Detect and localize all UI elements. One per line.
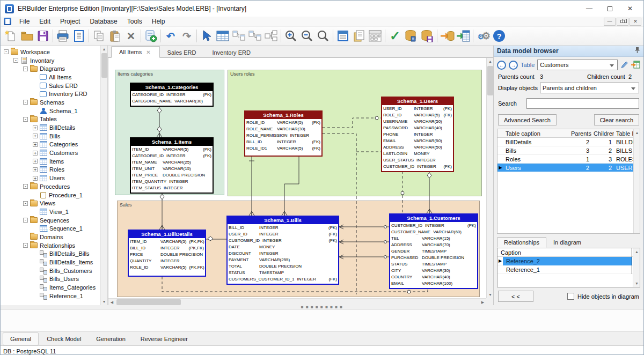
save-icon[interactable] [35,28,51,43]
reverse-engineer-db-icon[interactable] [439,28,455,43]
mdi-restore-button[interactable] [617,18,628,26]
tree-item[interactable]: + Items [1,157,107,166]
tree-item[interactable]: BillDetails_Bills [1,250,107,258]
tree-item[interactable]: - Views [1,199,107,208]
menu-item[interactable]: Edit [34,17,55,26]
close-tab-icon[interactable]: ✕ [146,49,150,55]
tree-item[interactable]: Items_Categories [1,283,107,292]
hide-objects-checkbox[interactable] [567,293,574,300]
tree-item[interactable]: - Procedures [1,182,107,191]
scroll-up-icon[interactable]: ▲ [101,46,107,53]
advanced-search-button[interactable]: Advanced Search [498,114,557,125]
tree-item[interactable]: - Workspace [1,48,107,56]
entity-table[interactable]: Schema_1.Items ITEM_ID VARCHAR(5) (PK) C… [130,137,214,194]
tree-expander[interactable]: - [23,100,28,105]
minimize-button[interactable]: — [580,2,598,15]
scroll-up-icon[interactable]: ▲ [633,248,640,255]
output-tab[interactable]: Check Model [40,333,88,345]
forward-button[interactable]: → [509,61,518,70]
open-folder-icon[interactable] [19,28,35,43]
zoom-out-icon[interactable] [299,28,315,43]
zoom-in-icon[interactable] [283,28,299,43]
scroll-down-icon[interactable]: ▼ [487,291,493,298]
tree-item[interactable]: + Categories [1,140,107,149]
new-file-icon[interactable] [3,28,19,43]
tree-item[interactable]: - Schemas [1,98,107,107]
canvas-vertical-scrollbar[interactable]: ▲ ▼ [486,58,493,298]
entity-table[interactable]: Schema_1.Bills BILL_ID INTEGER (PK) USER… [226,216,339,285]
edit-pencil-icon[interactable] [620,61,628,70]
relationships-scrollbar[interactable]: ▲ ▼ [633,248,640,287]
tree-item[interactable]: + Bills [1,132,107,140]
tree-item[interactable]: Sales ERD [1,82,107,90]
copy-icon[interactable] [91,28,107,43]
document-view-icon[interactable] [335,28,351,43]
save-db-icon[interactable] [419,28,435,43]
entity-table-header[interactable]: Schema_1.BillDetails [129,231,205,238]
tree-item[interactable]: + Users [1,174,107,182]
output-tab[interactable]: General [3,332,39,345]
tree-item[interactable]: - Diagrams [1,64,107,73]
delete-icon[interactable]: ✕ [123,28,139,43]
canvas-horizontal-scrollbar[interactable]: ◀ ▶ [108,298,486,305]
maximize-button[interactable] [601,2,619,15]
report-icon[interactable] [71,28,87,43]
import-table-icon[interactable] [455,28,471,43]
menu-item[interactable]: Project [55,17,85,26]
print-icon[interactable] [55,28,71,43]
relationships-tab[interactable]: Relationships [497,237,546,248]
many-to-many-relation-icon[interactable] [247,28,263,43]
scroll-down-icon[interactable]: ▼ [633,280,640,287]
help-icon[interactable]: ? [491,28,507,43]
tree-expander[interactable]: + [33,159,38,164]
collapse-panel-button[interactable]: < < [498,291,533,302]
entity-table[interactable]: Schema_1.Customers CUSTOMER_ID INTEGER (… [389,213,478,289]
mdi-minimize-button[interactable]: — [604,18,616,26]
back-button[interactable]: ← [497,61,506,70]
redo-icon[interactable]: ↷ [179,28,195,43]
display-objects-select[interactable]: Parents and children [540,83,639,93]
relationships-tab[interactable]: In diagram [546,237,588,248]
tree-expander[interactable]: - [23,243,28,248]
pin-icon[interactable] [634,47,640,55]
add-table-icon[interactable] [143,28,159,43]
sidebar-scrollbar[interactable]: ▲ ▼ [100,46,107,305]
diagram-tab[interactable]: Sales ERD ✕ [160,47,205,58]
entity-table-header[interactable]: Schema_1.Roles [245,112,321,119]
tree-expander[interactable]: + [33,167,38,172]
menu-item[interactable]: Help [147,17,170,26]
tree-item[interactable]: BillDetails_Items [1,258,107,267]
entity-table-header[interactable]: Schema_1.Users [382,98,453,105]
tree-item[interactable]: + Customers [1,149,107,157]
select-cursor-icon[interactable] [199,28,215,43]
tree-expander[interactable]: + [33,151,38,156]
entity-table-header[interactable]: Schema_1.Bills [228,217,338,224]
table-select[interactable]: Customers [537,60,618,70]
zoom-find-icon[interactable] [315,28,331,43]
tree-item[interactable]: Bills_Users [1,275,107,284]
scroll-up-icon[interactable]: ▲ [634,129,640,136]
tree-expander[interactable]: - [23,218,28,223]
documents-icon[interactable] [351,28,367,43]
settings-gears-icon[interactable]: ⚙⚙ [475,28,491,43]
grid-row[interactable]: ▶ Users 2 2 USERS [497,164,640,172]
tree-item[interactable]: View_1 [1,208,107,216]
tree-expander[interactable]: + [33,134,38,138]
tree-expander[interactable]: - [23,117,28,122]
tree-item[interactable]: + Roles [1,166,107,174]
scroll-down-icon[interactable]: ▼ [101,298,107,305]
entity-table[interactable]: Schema_1.Users USER_ID INTEGER (PK) ROLE… [381,97,454,172]
relationship-row[interactable]: ▶ Reference_2 [497,257,640,265]
output-tab[interactable]: Generation [89,333,132,345]
entity-table-header[interactable]: Schema_1.Customers [390,215,477,222]
entity-table-header[interactable]: Schema_1.Items [131,138,213,146]
clear-search-button[interactable]: Clear search [594,114,639,125]
relationship-row[interactable]: Reference_1 [497,265,640,274]
tree-expander[interactable]: + [33,125,38,130]
tree-item[interactable]: Reference_1 [1,292,107,300]
grid-row[interactable]: Bills 3 2 BILLS [497,146,640,155]
menu-item[interactable]: File [14,17,34,26]
entity-table[interactable]: Schema_1.BillDetails ITEM_ID VARCHAR(5) … [128,230,206,277]
tree-item[interactable]: - Sequences [1,216,107,225]
tree-item[interactable]: + BillDetails [1,123,107,132]
